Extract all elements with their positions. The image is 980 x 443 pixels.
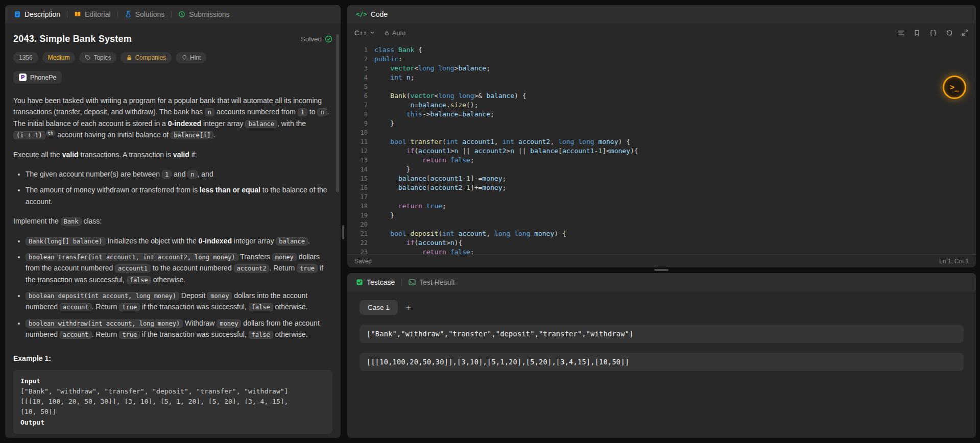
expand-icon-button[interactable] [962, 29, 969, 36]
code-line[interactable]: 12 if(account1>n || account2>n || balanc… [347, 146, 976, 156]
code-line[interactable]: 13 return false; [347, 156, 976, 165]
line-number: 15 [347, 174, 368, 183]
tab-label: Description [25, 10, 60, 18]
description-list-item: The amount of money withdrawn or transfe… [26, 184, 332, 207]
tab-description[interactable]: Description [12, 10, 62, 18]
line-number: 6 [347, 91, 368, 101]
line-number: 13 [347, 156, 368, 165]
code-line[interactable]: 7 n=balance.size(); [347, 101, 976, 110]
line-number: 17 [347, 192, 368, 202]
code-line[interactable]: 18 return true; [347, 202, 976, 211]
code-line-content: balance[account1-1]-=money; [368, 174, 506, 183]
code-line-content [368, 192, 374, 202]
line-number: 9 [347, 119, 368, 128]
solutions-icon [125, 11, 132, 18]
floating-terminal-widget[interactable]: >_ [943, 76, 966, 99]
testcase-input-2[interactable]: [[[10,100,20,50,30]],[3,10],[5,1,20],[5,… [360, 353, 964, 371]
testcase-input-1[interactable]: ["Bank","withdraw","transfer","deposit",… [360, 325, 964, 343]
code-line[interactable]: 21 bool deposit(int account, long long m… [347, 229, 976, 238]
code-line[interactable]: 5 [347, 82, 976, 91]
add-testcase-button[interactable]: + [406, 303, 411, 312]
case-row: Case 1 + [360, 300, 964, 315]
code-line[interactable]: 9 } [347, 119, 976, 128]
code-line-content: } [368, 165, 410, 174]
tab-submissions[interactable]: Submissions [177, 10, 231, 18]
code-footer: Saved Ln 1, Col 1 [347, 254, 976, 267]
code-editor[interactable]: 1class Bank {2public:3 vector<long long>… [347, 42, 976, 254]
code-line[interactable]: 23 return false; [347, 248, 976, 254]
code-line[interactable]: 2public: [347, 55, 976, 64]
code-line[interactable]: 4 int n; [347, 73, 976, 82]
bulb-icon [181, 55, 187, 61]
terminal-icon [409, 279, 416, 286]
code-line[interactable]: 11 bool transfer(int account1, int accou… [347, 137, 976, 146]
format-icon-button[interactable] [897, 29, 905, 37]
line-number: 23 [347, 248, 368, 254]
code-toolbar: C++ Auto {} [347, 23, 976, 42]
difficulty-badge[interactable]: Medium [42, 52, 76, 63]
tag-icon [85, 55, 91, 61]
tab-testcase[interactable]: Testcase [354, 278, 396, 286]
line-number: 12 [347, 146, 368, 156]
code-line[interactable]: 15 balance[account1-1]-=money; [347, 174, 976, 183]
code-line-content: } [368, 119, 394, 128]
line-number: 4 [347, 73, 368, 82]
testcase-panel: Testcase Test Result Case 1 + ["Bank","w… [347, 273, 976, 438]
companies-badge[interactable]: Companies [121, 52, 172, 63]
line-number: 18 [347, 202, 368, 211]
code-line[interactable]: 1class Bank { [347, 45, 976, 55]
code-line[interactable]: 6 Bank(vector<long long>& balance) { [347, 91, 976, 101]
code-line[interactable]: 20 [347, 220, 976, 229]
vertical-resize-handle[interactable] [342, 225, 344, 239]
code-line[interactable]: 14 } [347, 165, 976, 174]
tab-test-result[interactable]: Test Result [407, 278, 456, 286]
undo-icon-button[interactable] [946, 29, 953, 36]
bookmark-icon-button[interactable] [914, 30, 920, 36]
case-1-button[interactable]: Case 1 [360, 300, 398, 315]
code-line[interactable]: 16 balance[account2-1]+=money; [347, 183, 976, 192]
braces-icon-button[interactable]: {} [929, 29, 937, 37]
hint-badge[interactable]: Hint [176, 52, 206, 63]
language-selector[interactable]: C++ [354, 29, 375, 37]
code-panel: </> Code C++ Auto [347, 5, 976, 267]
code-line-content: return false; [368, 156, 474, 165]
tab-label: Editorial [85, 10, 111, 18]
example-io-line: ["Bank", "withdraw", "transfer", "deposi… [20, 386, 325, 397]
tab-editorial[interactable]: Editorial [73, 10, 112, 18]
auto-label: Auto [392, 29, 406, 37]
editorial-icon [74, 11, 81, 18]
topics-label: Topics [93, 54, 111, 61]
line-number: 2 [347, 55, 368, 64]
code-line[interactable]: 22 if(account>n){ [347, 238, 976, 248]
tab-label: Solutions [135, 10, 165, 18]
description-scrollbar[interactable] [336, 34, 339, 192]
tab-code[interactable]: </> Code [354, 10, 389, 18]
company-tag-phonepe[interactable]: P PhonePe [13, 71, 62, 84]
description-content[interactable]: 2043. Simple Bank System Solved 1356 Med… [5, 23, 341, 438]
badge-row: 1356 Medium Topics Companies Hint [13, 52, 332, 63]
description-list-item: boolean deposit(int account, long money)… [26, 290, 332, 313]
code-line[interactable]: 19 } [347, 211, 976, 220]
code-line-content: public: [368, 55, 402, 64]
example-io-label: Output [20, 417, 325, 428]
count-badge[interactable]: 1356 [13, 52, 38, 63]
code-line[interactable]: 17 [347, 192, 976, 202]
description-panel: Description Editorial Solutions Submissi… [5, 5, 341, 438]
code-line[interactable]: 10 [347, 128, 976, 137]
code-line[interactable]: 8 this->balance=balance; [347, 110, 976, 119]
code-line-content: if(account>n){ [368, 238, 462, 248]
description-list-item: The given account number(s) are between … [26, 168, 332, 180]
line-number: 8 [347, 110, 368, 119]
code-line[interactable]: 3 vector<long long>balance; [347, 64, 976, 73]
chevron-down-icon [370, 30, 375, 35]
line-number: 1 [347, 45, 368, 55]
auto-save-toggle[interactable]: Auto [384, 29, 406, 37]
company-tags-row: P PhonePe [13, 71, 332, 84]
topics-badge[interactable]: Topics [79, 52, 116, 63]
horizontal-resize-handle[interactable] [654, 269, 668, 271]
language-label: C++ [354, 29, 367, 37]
tab-solutions[interactable]: Solutions [123, 10, 166, 18]
code-line-content: int n; [368, 73, 414, 82]
cursor-position: Ln 1, Col 1 [939, 258, 969, 265]
description-list: Bank(long[] balance) Initializes the obj… [26, 235, 332, 340]
